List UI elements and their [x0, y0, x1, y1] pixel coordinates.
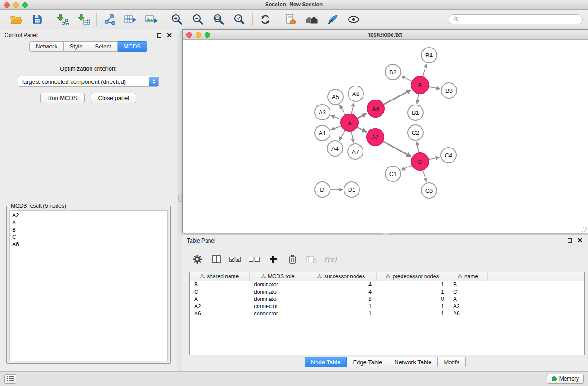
graph-node-B3[interactable]: B3	[441, 83, 457, 98]
network-graph[interactable]: B4B2BB3A5A8A6A3B1AC2A1A2A4A7C4CC1C3DD1	[183, 40, 588, 233]
paint-icon[interactable]	[326, 13, 339, 26]
import-network-icon[interactable]	[56, 13, 70, 26]
column-header-MCDS-role[interactable]: MCDS role	[249, 272, 306, 281]
eye-icon[interactable]	[347, 13, 360, 26]
tab-edge-table[interactable]: Edge Table	[347, 357, 388, 367]
criterion-dropdown[interactable]: largest connected component (directed)	[18, 76, 159, 87]
edge-A-A1[interactable]	[331, 126, 341, 130]
graph-node-B4[interactable]: B4	[421, 48, 437, 63]
tab-motifs[interactable]: Motifs	[438, 357, 466, 367]
network-canvas[interactable]: B4B2BB3A5A8A6A3B1AC2A1A2A4A7C4CC1C3DD1	[183, 40, 588, 233]
export-image-icon[interactable]	[144, 13, 158, 26]
tab-network[interactable]: Network	[29, 41, 64, 52]
tab-select[interactable]: Select	[89, 41, 118, 52]
edge-B-B1[interactable]	[417, 94, 419, 104]
search-box[interactable]	[449, 14, 583, 24]
graph-node-A5[interactable]: A5	[328, 89, 343, 105]
tab-style[interactable]: Style	[64, 41, 89, 52]
tab-mcds[interactable]: MCDS	[118, 41, 147, 52]
column-header-predecessor-nodes[interactable]: predecessor nodes	[376, 272, 449, 281]
graph-node-B2[interactable]: B2	[385, 64, 401, 80]
task-history-button[interactable]	[4, 374, 16, 384]
select-all-icon[interactable]	[229, 253, 241, 265]
edge-C-C1[interactable]	[401, 165, 412, 170]
table-row[interactable]: A6connector11A6	[190, 310, 584, 317]
network-maximize-icon[interactable]	[205, 32, 210, 38]
result-item[interactable]: A6	[10, 241, 167, 248]
graph-node-A[interactable]: A	[341, 114, 358, 131]
close-window-icon[interactable]	[4, 2, 10, 8]
graph-node-D1[interactable]: D1	[344, 182, 359, 197]
table-row[interactable]: Bdominator41B	[190, 281, 584, 288]
settings-gear-icon[interactable]	[191, 253, 203, 265]
refresh-layout-icon[interactable]	[258, 13, 272, 26]
edge-C-C2[interactable]	[417, 142, 419, 152]
edge-A-A3[interactable]	[331, 115, 341, 119]
network-close-icon[interactable]	[186, 32, 192, 38]
mcds-result-list[interactable]: A2ABCA6	[9, 210, 168, 361]
function-builder-icon[interactable]: f(x)	[325, 253, 336, 265]
graph-node-B[interactable]: B	[411, 76, 429, 94]
table-row[interactable]: Adominator80A	[190, 295, 584, 303]
zoom-fit-icon[interactable]	[212, 13, 225, 26]
edge-B-B3[interactable]	[429, 87, 440, 89]
graph-node-A4[interactable]: A4	[327, 141, 343, 156]
graph-node-C1[interactable]: C1	[385, 166, 401, 181]
graph-node-A7[interactable]: A7	[348, 144, 363, 159]
home-icon[interactable]	[305, 13, 319, 26]
search-input[interactable]	[461, 16, 578, 23]
column-header-successor-nodes[interactable]: successor nodes	[306, 272, 376, 281]
graph-node-A1[interactable]: A1	[315, 125, 330, 141]
edge-A-A6[interactable]	[358, 113, 367, 118]
result-item[interactable]: A	[10, 219, 167, 226]
column-header-shared-name[interactable]: shared name	[190, 272, 249, 281]
resize-grip[interactable]	[582, 227, 587, 232]
edge-B-B4[interactable]	[423, 64, 426, 76]
graph-node-A3[interactable]: A3	[315, 105, 330, 120]
zoom-out-icon[interactable]	[191, 13, 205, 26]
graph-node-C2[interactable]: C2	[408, 125, 423, 140]
result-item[interactable]: A2	[10, 212, 167, 219]
edge-B-B2[interactable]	[401, 76, 412, 81]
open-session-icon[interactable]	[10, 13, 23, 26]
edge-A-A7[interactable]	[351, 132, 354, 143]
graph-node-A6[interactable]: A6	[367, 100, 384, 117]
delete-table-icon[interactable]	[306, 253, 317, 265]
graph-node-A2[interactable]: A2	[367, 129, 384, 146]
tab-network-table[interactable]: Network Table	[388, 357, 438, 367]
close-panel-button[interactable]: Close panel	[91, 93, 137, 103]
edge-A-A4[interactable]	[339, 130, 345, 140]
memory-button[interactable]: Memory	[547, 374, 584, 384]
new-network-icon[interactable]	[103, 13, 116, 26]
column-header-name[interactable]: name	[449, 272, 487, 281]
graph-node-B1[interactable]: B1	[408, 105, 423, 120]
table-row[interactable]: A2connector11A2	[190, 303, 584, 310]
run-mcds-button[interactable]: Run MCDS	[40, 93, 85, 103]
maximize-window-icon[interactable]	[22, 2, 28, 8]
table-close-icon[interactable]: ✕	[577, 238, 583, 243]
splitter-vertical-grip[interactable]	[178, 195, 182, 202]
add-column-icon[interactable]	[268, 253, 279, 265]
tab-node-table[interactable]: Node Table	[305, 357, 347, 367]
table-float-icon[interactable]	[568, 238, 572, 243]
save-session-icon[interactable]	[30, 13, 44, 26]
deselect-all-icon[interactable]	[249, 253, 260, 265]
edge-A-A2[interactable]	[357, 127, 366, 132]
edge-A-A8[interactable]	[351, 103, 354, 114]
graph-node-C4[interactable]: C4	[441, 148, 456, 163]
import-table-icon[interactable]	[77, 13, 91, 26]
table-row[interactable]: Cdominator41C	[190, 288, 584, 295]
network-minimize-icon[interactable]	[196, 32, 201, 38]
edge-A6-B[interactable]	[384, 90, 411, 104]
graph-node-D[interactable]: D	[315, 182, 330, 197]
result-item[interactable]: B	[10, 226, 167, 234]
zoom-in-icon[interactable]	[170, 13, 184, 26]
edge-C-C4[interactable]	[429, 157, 440, 159]
edge-C-C3[interactable]	[423, 170, 426, 182]
zoom-selected-icon[interactable]	[233, 13, 246, 26]
graph-node-A8[interactable]: A8	[348, 86, 363, 101]
close-panel-icon[interactable]: ✕	[167, 33, 172, 38]
result-item[interactable]: C	[10, 234, 167, 241]
graph-node-C3[interactable]: C3	[421, 183, 437, 198]
edge-A2-C[interactable]	[383, 142, 411, 157]
